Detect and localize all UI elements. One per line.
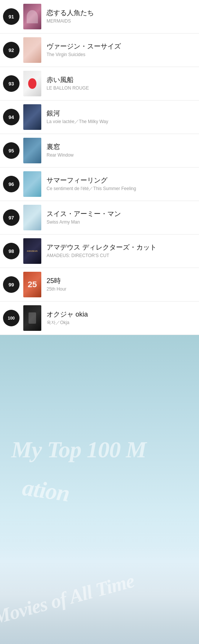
rank-badge: 100 (3, 310, 20, 326)
movie-title-english: 옥자／Okja (47, 320, 193, 326)
movie-title-japanese: サマーフィーリング (47, 176, 193, 185)
rank-badge: 95 (3, 142, 20, 159)
watermark-line1: My Top 100 M (11, 436, 146, 463)
rank-badge: 99 (3, 276, 20, 293)
rank-badge: 91 (3, 8, 20, 25)
movie-info: スイス・アーミー・マン Swiss Army Man (47, 210, 193, 225)
background-watermark-section: My Top 100 M ation Movies of All Time (0, 335, 199, 644)
list-item[interactable]: 98 アマデウス ディレクターズ・カット AMADEUS: DIRECTOR'S… (0, 234, 199, 268)
movie-info: ヴァージン・スーサイズ The Virgin Suicides (47, 42, 193, 58)
movie-title-japanese: 25時 (47, 277, 193, 285)
movie-poster (23, 305, 41, 331)
movie-info: 25時 25th Hour (47, 277, 193, 292)
movie-title-japanese: アマデウス ディレクターズ・カット (47, 243, 193, 252)
movie-title-english: Rear Window (47, 152, 193, 158)
movie-info: サマーフィーリング Ce sentiment de l'été／This Sum… (47, 176, 193, 192)
rank-badge: 98 (3, 243, 20, 259)
rank-badge: 96 (3, 176, 20, 192)
movie-title-japanese: ヴァージン・スーサイズ (47, 42, 193, 51)
movie-title-japanese: 恋する人魚たち (47, 9, 193, 17)
movie-title-english: La voie lactée／The Milky Way (47, 119, 193, 125)
list-item[interactable]: 99 25時 25th Hour (0, 268, 199, 301)
movie-title-english: 25th Hour (47, 286, 193, 292)
list-item[interactable]: 96 サマーフィーリング Ce sentiment de l'été／This … (0, 167, 199, 201)
movie-info: 恋する人魚たち MERMAIDS (47, 9, 193, 24)
movie-poster (23, 71, 41, 96)
movie-poster (23, 205, 41, 230)
rank-badge: 94 (3, 109, 20, 125)
movie-info: オクジャ okia 옥자／Okja (47, 310, 193, 326)
movie-poster (23, 171, 41, 197)
list-item[interactable]: 97 スイス・アーミー・マン Swiss Army Man (0, 201, 199, 234)
movie-title-english: Swiss Army Man (47, 219, 193, 225)
movie-title-english: LE BALLON ROUGE (47, 85, 193, 91)
movie-info: 銀河 La voie lactée／The Milky Way (47, 109, 193, 125)
movie-title-japanese: 裏窓 (47, 143, 193, 151)
rank-badge: 97 (3, 209, 20, 226)
list-item[interactable]: 94 銀河 La voie lactée／The Milky Way (0, 100, 199, 134)
watermark-movies: Movies of All Time (0, 569, 137, 629)
movie-info: アマデウス ディレクターズ・カット AMADEUS: DIRECTOR'S CU… (47, 243, 193, 259)
movie-title-japanese: オクジャ okia (47, 310, 193, 319)
movie-poster (23, 272, 41, 297)
list-item[interactable]: 91 恋する人魚たち MERMAIDS (0, 0, 199, 33)
movie-title-english: The Virgin Suicides (47, 52, 193, 58)
rank-badge: 92 (3, 42, 20, 58)
watermark-line2: ation (21, 474, 71, 507)
movie-title-japanese: スイス・アーミー・マン (47, 210, 193, 218)
list-item[interactable]: 95 裏窓 Rear Window (0, 134, 199, 167)
movie-poster (23, 104, 41, 130)
movie-info: 裏窓 Rear Window (47, 143, 193, 158)
movie-title-japanese: 赤い風船 (47, 76, 193, 84)
list-item[interactable]: 100 オクジャ okia 옥자／Okja (0, 301, 199, 335)
movie-list: 91 恋する人魚たち MERMAIDS 92 ヴァージン・スーサイズ The V… (0, 0, 199, 335)
movie-poster (23, 4, 41, 29)
movie-poster (23, 37, 41, 63)
movie-title-japanese: 銀河 (47, 109, 193, 118)
rank-badge: 93 (3, 75, 20, 92)
watermark-container: My Top 100 M ation Movies of All Time (0, 335, 199, 644)
movie-info: 赤い風船 LE BALLON ROUGE (47, 76, 193, 91)
movie-poster (23, 238, 41, 264)
movie-title-english: Ce sentiment de l'été／This Summer Feelin… (47, 186, 193, 192)
list-item[interactable]: 92 ヴァージン・スーサイズ The Virgin Suicides (0, 33, 199, 67)
movie-title-english: MERMAIDS (47, 18, 193, 24)
movie-title-english: AMADEUS: DIRECTOR'S CUT (47, 253, 193, 259)
list-item[interactable]: 93 赤い風船 LE BALLON ROUGE (0, 67, 199, 100)
movie-poster (23, 138, 41, 163)
